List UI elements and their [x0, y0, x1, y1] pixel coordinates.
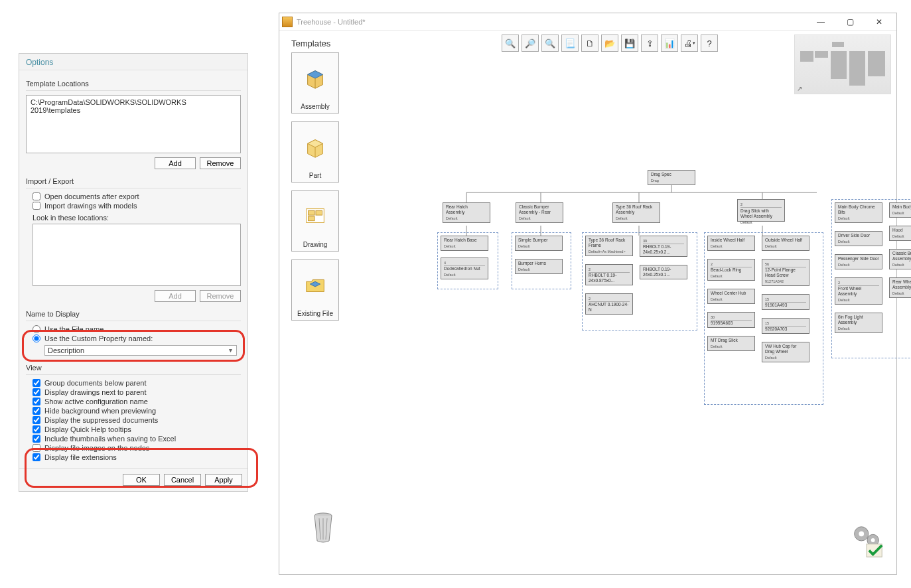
template-part[interactable]: Part [291, 121, 339, 183]
template-locations-label: Template Locations [26, 78, 241, 91]
look-locations-label: Look in these locations: [33, 214, 241, 222]
node-simple-bumper[interactable]: Simple Bumper Default [515, 236, 563, 251]
display-suppressed-checkbox[interactable]: Display the suppressed documents [33, 416, 241, 424]
help-icon[interactable]: ? [701, 35, 718, 52]
svg-rect-8 [316, 210, 322, 215]
template-locations-list[interactable]: C:\ProgramData\SOLIDWORKS\SOLIDWORKS 201… [26, 95, 241, 153]
options-title: Options [19, 54, 247, 70]
node-rhbolt-1[interactable]: 2 RHBOLT 0.19-24x0.875x0... [585, 264, 633, 285]
hierarchy-canvas[interactable]: Drag Spec Drag Rear Hatch Assembly Defau… [352, 100, 890, 521]
template-drawing[interactable]: Drawing [291, 190, 339, 252]
node-91955[interactable]: 3091955A603 [707, 312, 755, 328]
node-bumper-front[interactable]: Classic Bumber Assembly - FrontDefault [889, 249, 911, 269]
svg-rect-9 [309, 216, 315, 221]
save-icon[interactable]: 💾 [621, 35, 638, 52]
node-chrome-bits[interactable]: Main Body Chrome BitsDefault [835, 202, 882, 223]
display-file-images-checkbox[interactable]: Display file images on the nodes [33, 444, 241, 452]
print-icon[interactable]: 🖨▾ [681, 35, 698, 52]
node-flange-screw[interactable]: 5612-Point Flange Head Screw91271A542 [762, 259, 809, 286]
group-below-parent-checkbox[interactable]: Group documents below parent [33, 379, 241, 387]
add-template-button[interactable]: Add [155, 157, 196, 169]
maximize-button[interactable]: ▢ [835, 13, 865, 31]
custom-property-select[interactable]: Description [44, 345, 237, 356]
add-look-button[interactable]: Add [155, 290, 196, 302]
node-front-wheel-asm[interactable]: 2Front Wheel AssemblyDefault [835, 277, 882, 305]
node-fog-light[interactable]: 6in Fog Light AssemblyDefault [835, 313, 882, 333]
group-roof-rack: Type 36 Roof Rack Frame Default<As Machi… [582, 232, 697, 331]
node-main-body[interactable]: Main BodyDefault [889, 202, 911, 218]
node-91901[interactable]: 1591901A493 [762, 294, 809, 310]
minimize-button[interactable]: — [806, 13, 835, 31]
close-button[interactable]: ✕ [865, 13, 894, 31]
node-inside-wheel[interactable]: Inside Wheel HalfDefault [707, 236, 755, 251]
node-rear-hatch-base[interactable]: Rear Hatch Base Default [441, 236, 488, 251]
group-bumper: Simple Bumper Default Bumper Horns Defau… [512, 232, 571, 289]
trash-icon[interactable] [310, 510, 336, 544]
node-rhbolt-2[interactable]: RHBOLT 0.19-24x0.25x0.1... [640, 265, 687, 279]
ok-button[interactable]: OK [123, 474, 160, 486]
svg-point-26 [859, 531, 864, 536]
node-mt-drag-slick[interactable]: MT Drag SlickDefault [707, 336, 755, 351]
open-icon[interactable]: 📂 [601, 35, 618, 52]
node-classic-bumper-asm[interactable]: Classic Bumper Assembly - Rear Default [516, 202, 563, 223]
hide-background-checkbox[interactable]: Hide background when previewing [33, 407, 241, 415]
dialog-footer: OK Cancel Apply [19, 468, 247, 491]
app-icon [282, 17, 293, 27]
node-outside-wheel[interactable]: Outside Wheel HalfDefault [762, 236, 809, 251]
node-hood[interactable]: HoodDefault [889, 226, 911, 241]
node-passenger-door[interactable]: Passenger Side DoorDefault [835, 254, 882, 269]
node-drag-slick-asm[interactable]: 2 Drag Slick with Wheel Assembly Default [737, 199, 785, 222]
existing-file-icon [303, 260, 328, 310]
node-ahcnut[interactable]: 2 AHCNUT 0.1900-24-N [585, 293, 633, 315]
node-driver-door[interactable]: Driver Side DoorDefault [835, 231, 882, 246]
use-filename-radio[interactable]: Use the File name [33, 325, 241, 333]
display-file-ext-checkbox[interactable]: Display file extensions [33, 453, 241, 461]
node-dodecahedron-nut[interactable]: 4 Dodecahedron Nut Default [441, 257, 488, 279]
main-toolbar: 🔍 🔎 🔍 📃 🗋 📂 💾 ⇪ 📊 🖨▾ ? [502, 35, 718, 52]
part-icon [303, 122, 328, 172]
zoom-out-icon[interactable]: 🔎 [522, 35, 539, 52]
export-sw-icon[interactable]: ⇪ [641, 35, 658, 52]
template-locations-section: Template Locations C:\ProgramData\SOLIDW… [26, 78, 241, 169]
node-root[interactable]: Drag Spec Drag [648, 170, 695, 185]
settings-status-icon[interactable] [847, 521, 886, 559]
node-rear-hatch-asm[interactable]: Rear Hatch Assembly Default [443, 202, 490, 223]
show-active-config-checkbox[interactable]: Show active configuration name [33, 398, 241, 405]
node-rear-wheel-asm[interactable]: Rear Wheel AssemblyDefault [889, 277, 911, 298]
options-dialog: Options Template Locations C:\ProgramDat… [19, 53, 248, 492]
import-export-label: Import / Export [26, 176, 241, 188]
cancel-button[interactable]: Cancel [164, 474, 201, 486]
node-bead-lock[interactable]: 2Bead-Lock RingDefault [707, 259, 755, 281]
import-drawings-checkbox[interactable]: Import drawings with models [33, 202, 241, 210]
node-wheel-hub[interactable]: Wheel Center HubDefault [707, 289, 755, 304]
node-roof-rack-asm[interactable]: Type 36 Roof Rack Assembly Default [612, 202, 660, 223]
use-custom-prop-radio[interactable]: Use the Custom Property named: [33, 334, 241, 342]
template-existing-file[interactable]: Existing File [291, 259, 339, 321]
zoom-fit-icon[interactable]: 🔍 [541, 35, 559, 52]
apply-button[interactable]: Apply [205, 474, 242, 486]
minimap-expand-icon[interactable]: ↗ [797, 85, 802, 92]
group-rear-hatch: Rear Hatch Base Default 4 Dodecahedron N… [437, 232, 498, 289]
remove-look-button[interactable]: Remove [200, 290, 241, 302]
options-icon[interactable]: 📃 [561, 35, 579, 52]
zoom-in-icon[interactable]: 🔍 [502, 35, 519, 52]
svg-rect-7 [309, 210, 315, 215]
import-export-section: Import / Export Open documents after exp… [26, 176, 241, 302]
assembly-icon [303, 53, 328, 103]
export-excel-icon[interactable]: 📊 [661, 35, 678, 52]
node-rhbolt-39[interactable]: 39 RHBOLT 0.19-24x0.25x0.2... [640, 236, 687, 257]
node-roof-rack-frame[interactable]: Type 36 Roof Rack Frame Default<As Machi… [585, 236, 633, 256]
new-icon[interactable]: 🗋 [581, 35, 598, 52]
minimap[interactable]: ↗ [794, 35, 891, 94]
look-locations-list[interactable] [33, 224, 241, 286]
drawings-next-to-parent-checkbox[interactable]: Display drawings next to parent [33, 388, 241, 396]
include-thumbnails-checkbox[interactable]: Include thumbnails when saving to Excel [33, 435, 241, 443]
node-hubcap[interactable]: VW Hub Cap for Drag WheelDefault [762, 342, 809, 362]
remove-template-button[interactable]: Remove [200, 157, 241, 169]
node-92620[interactable]: 1592620A703 [762, 318, 809, 334]
open-after-export-checkbox[interactable]: Open documents after export [33, 192, 241, 200]
quick-help-checkbox[interactable]: Display Quick Help tooltips [33, 425, 241, 433]
templates-heading: Templates [291, 38, 344, 48]
node-bumper-horns[interactable]: Bumper Horns Default [515, 259, 563, 274]
template-assembly[interactable]: Assembly [291, 52, 339, 113]
